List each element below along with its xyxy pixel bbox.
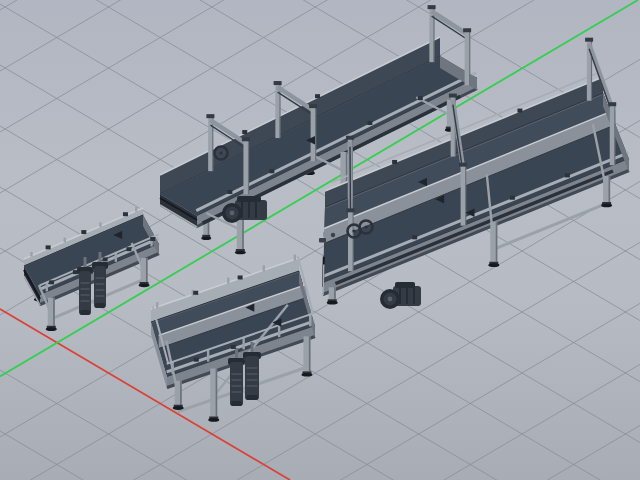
leg-foot-pad <box>139 284 150 288</box>
leg-near-shade <box>53 298 55 326</box>
rail-hardware-bit <box>194 358 199 362</box>
portal-post-cap <box>242 137 250 141</box>
grid-line <box>0 364 640 480</box>
loose-part-plate[interactable] <box>323 232 332 237</box>
portal-post-cap <box>309 104 317 108</box>
grid-line <box>0 303 640 480</box>
rail-hardware-bit <box>418 96 423 100</box>
rail-hardware-bit <box>126 247 131 251</box>
motor-cap <box>246 395 258 400</box>
portal-post-cap <box>585 38 593 42</box>
rail-hardware-bit <box>46 245 51 249</box>
leg-near-shade <box>496 222 498 262</box>
leg-foot-pad <box>235 251 246 255</box>
portal-post-cap <box>463 28 471 32</box>
rail-hardware-bit <box>238 276 243 280</box>
cad-3d-viewport[interactable] <box>0 0 640 480</box>
handwheel-hub <box>219 151 222 154</box>
leg-near-shade <box>609 176 611 202</box>
leg-foot-pad <box>173 406 184 410</box>
portal-crossbar <box>432 11 468 34</box>
rail-hardware-bit <box>73 270 78 274</box>
motor-rib <box>248 201 250 218</box>
portal-post-cap <box>428 5 436 9</box>
rail-hardware-bit <box>269 169 274 173</box>
grid-line <box>0 181 640 480</box>
gearmotor-horizontal[interactable] <box>380 282 421 309</box>
rail-hardware-bit <box>49 280 54 284</box>
motor-cap <box>95 303 105 308</box>
portal-crossbar-shadow <box>432 16 468 39</box>
portal-post-cap <box>346 136 354 140</box>
rail-hardware-bit <box>392 160 397 164</box>
motor-cap <box>231 401 242 406</box>
leg-foot-pad <box>46 327 57 331</box>
rail-hardware-bit <box>242 130 247 134</box>
leg-near-shade <box>309 336 311 371</box>
leg-foot-pad <box>327 301 338 305</box>
motor-rib <box>406 287 408 304</box>
portal-post-cap <box>459 163 467 167</box>
leg-near-shade <box>346 152 348 185</box>
leg-near-shade <box>146 258 148 282</box>
grid-line <box>0 0 640 10</box>
leg-near-shade <box>334 287 336 299</box>
motor-cap <box>80 310 90 315</box>
rail-hardware-bit <box>150 237 155 241</box>
gearbox-hub <box>230 211 235 216</box>
motor-body[interactable] <box>245 356 259 400</box>
rail-hardware-bit <box>565 173 570 177</box>
loose-part-knob <box>331 233 335 237</box>
rail-hardware-bit <box>193 291 198 295</box>
handwheel-hub <box>352 229 355 232</box>
loose-part-block <box>319 238 326 243</box>
portal-post-cap <box>274 81 282 85</box>
scene-canvas[interactable] <box>0 0 640 480</box>
rail-hardware-bit <box>367 121 372 125</box>
rail-hardware-bit <box>315 94 320 98</box>
head-bottom-lip <box>323 265 324 295</box>
rail-hardware-bit <box>81 230 86 234</box>
portal-post-cap <box>449 94 457 98</box>
handwheel-hub <box>364 225 367 228</box>
leg-near-shade <box>216 368 218 416</box>
conveyor-dual-front[interactable] <box>151 255 315 422</box>
gearbox-hub <box>388 297 393 302</box>
motor-body[interactable] <box>94 266 106 308</box>
leg-foot-pad <box>601 204 612 208</box>
grid-line <box>0 309 640 480</box>
portal-post-cap <box>206 114 214 118</box>
leg-near-shade <box>180 381 182 405</box>
portal-post-cap <box>608 102 616 106</box>
grid-line <box>0 425 640 480</box>
leg-foot-pad <box>301 373 312 377</box>
rail-hardware-bit <box>517 109 522 113</box>
motor-body[interactable] <box>79 271 91 315</box>
rail-hardware-bit <box>510 196 515 200</box>
motor-top-fin <box>395 282 415 288</box>
motor-rib <box>413 287 415 304</box>
rail-hardware-bit <box>227 190 232 194</box>
portal-crossbar <box>278 87 314 110</box>
rail-hardware-bit <box>412 235 417 239</box>
leg-foot-pad <box>488 263 499 267</box>
rail-hardware-bit <box>123 212 128 216</box>
portal-post-cap <box>347 208 355 212</box>
rail-hardware-bit <box>231 345 236 349</box>
leg-foot-pad <box>201 236 211 240</box>
motor-rib <box>255 201 257 218</box>
rail-hardware-bit <box>103 257 108 261</box>
grid-line <box>0 431 640 480</box>
leg-foot-pad <box>208 418 219 422</box>
motor-body[interactable] <box>230 362 243 406</box>
